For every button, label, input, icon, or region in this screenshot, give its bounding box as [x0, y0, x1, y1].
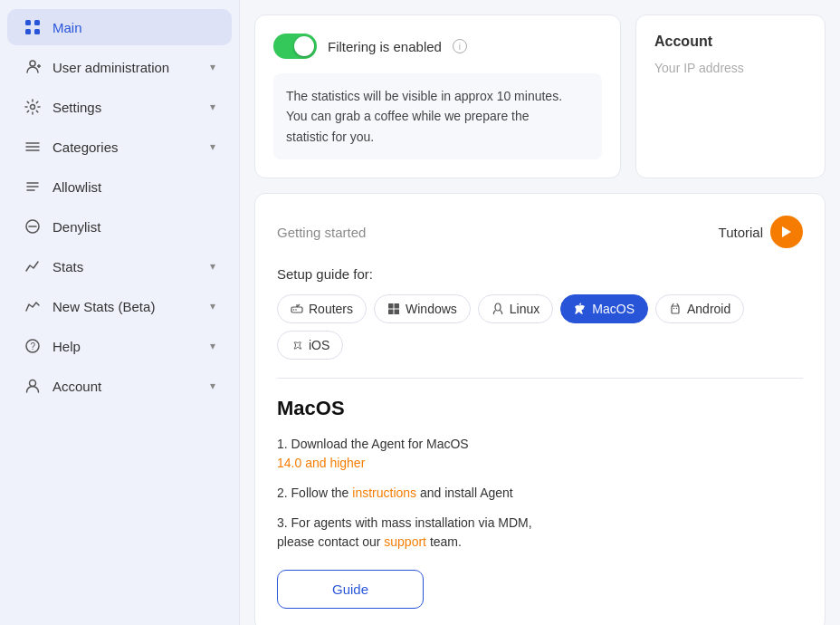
sidebar-item-settings[interactable]: Settings ▾	[7, 89, 232, 125]
svg-point-7	[31, 105, 35, 110]
svg-line-31	[672, 304, 673, 306]
tab-android-label: Android	[687, 302, 730, 316]
sidebar-item-settings-label: Settings	[52, 100, 199, 115]
svg-rect-30	[672, 306, 679, 313]
tab-android[interactable]: Android	[655, 294, 744, 323]
tutorial-button[interactable]: Tutorial	[719, 216, 803, 248]
tab-windows[interactable]: Windows	[374, 294, 471, 323]
sidebar-item-new-stats[interactable]: New Stats (Beta) ▾	[7, 288, 232, 324]
main-content: Filtering is enabled i The statistics wi…	[240, 0, 840, 625]
sidebar-item-user-administration[interactable]: User administration ▾	[7, 49, 232, 85]
sidebar-item-stats[interactable]: Stats ▾	[7, 248, 232, 284]
denylist-icon	[24, 217, 42, 236]
apple-icon	[574, 303, 587, 315]
platform-tabs: Routers Windows	[277, 294, 803, 360]
svg-point-33	[673, 308, 674, 309]
svg-rect-1	[34, 20, 40, 25]
sidebar-item-denylist[interactable]: Denylist	[7, 208, 232, 245]
chevron-down-icon: ▾	[210, 300, 215, 312]
svg-point-34	[676, 308, 677, 309]
tab-linux[interactable]: Linux	[478, 294, 553, 323]
guide-button[interactable]: Guide	[277, 570, 424, 609]
tab-routers[interactable]: Routers	[277, 294, 367, 323]
grid-icon	[24, 18, 42, 36]
allowlist-icon	[24, 178, 42, 196]
ip-address-label: Your IP address	[654, 61, 807, 75]
sidebar-item-account-label: Account	[52, 379, 199, 394]
setup-guide-label: Setup guide for:	[277, 266, 803, 282]
sidebar-item-user-administration-label: User administration	[52, 60, 199, 75]
chevron-down-icon: ▾	[210, 140, 215, 153]
getting-started-card: Getting started Tutorial Setup guide for…	[254, 193, 826, 625]
getting-started-title: Getting started	[277, 225, 366, 240]
sidebar-item-denylist-label: Denylist	[52, 219, 215, 235]
svg-rect-28	[395, 310, 400, 315]
divider	[277, 378, 803, 379]
sidebar-item-help[interactable]: ? Help ▾	[7, 328, 232, 364]
windows-icon	[387, 303, 400, 315]
svg-line-32	[677, 304, 679, 306]
help-icon: ?	[24, 337, 42, 355]
top-section: Filtering is enabled i The statistics wi…	[254, 14, 826, 178]
sidebar-item-allowlist[interactable]: Allowlist	[7, 168, 232, 205]
sidebar: Main User administration ▾ Settings ▾	[0, 0, 240, 625]
account-card-title: Account	[654, 34, 807, 50]
sidebar-item-stats-label: Stats	[52, 259, 199, 274]
svg-point-21	[293, 309, 295, 311]
play-icon[interactable]	[770, 216, 803, 248]
instructions-link[interactable]: instructions	[352, 486, 416, 500]
version-link[interactable]: 14.0 and higher	[277, 456, 365, 470]
tutorial-label: Tutorial	[719, 225, 763, 240]
step-3: 3. For agents with mass installation via…	[277, 514, 803, 552]
sidebar-item-main[interactable]: Main	[7, 9, 232, 45]
svg-rect-0	[25, 20, 31, 25]
getting-started-header: Getting started Tutorial	[277, 216, 803, 248]
svg-point-29	[495, 303, 501, 311]
svg-rect-26	[395, 303, 400, 309]
svg-point-22	[295, 309, 297, 311]
routers-icon	[291, 303, 303, 315]
chevron-down-icon: ▾	[210, 61, 215, 73]
user-admin-icon	[24, 58, 42, 76]
account-icon	[24, 377, 42, 395]
step-2: 2. Follow the instructions and install A…	[277, 484, 803, 503]
sidebar-item-account[interactable]: Account ▾	[7, 368, 232, 404]
tab-routers-label: Routers	[309, 302, 353, 316]
chevron-down-icon: ▾	[210, 101, 215, 113]
filtering-toggle[interactable]	[273, 34, 317, 59]
stats-icon	[24, 257, 42, 275]
categories-icon	[24, 138, 42, 156]
chevron-down-icon: ▾	[210, 380, 215, 392]
chevron-down-icon: ▾	[210, 260, 215, 273]
linux-icon	[492, 303, 504, 315]
tab-macos-label: MacOS	[592, 302, 635, 316]
account-card: Account Your IP address	[635, 14, 826, 178]
tab-linux-label: Linux	[510, 302, 539, 316]
ios-apple-icon	[291, 339, 303, 351]
tab-macos[interactable]: MacOS	[560, 294, 648, 323]
tab-windows-label: Windows	[406, 302, 457, 316]
svg-rect-2	[25, 29, 31, 34]
filter-row: Filtering is enabled i	[273, 34, 602, 59]
step-1: 1. Download the Agent for MacOS 14.0 and…	[277, 435, 803, 473]
svg-rect-27	[388, 310, 394, 315]
svg-point-4	[30, 61, 35, 66]
sidebar-item-categories[interactable]: Categories ▾	[7, 129, 232, 165]
filter-card: Filtering is enabled i The statistics wi…	[254, 14, 621, 178]
svg-rect-25	[388, 303, 394, 309]
svg-marker-19	[782, 226, 791, 237]
sidebar-item-new-stats-label: New Stats (Beta)	[52, 299, 199, 314]
tab-ios[interactable]: iOS	[277, 331, 343, 360]
chevron-down-icon: ▾	[210, 340, 215, 352]
svg-rect-3	[34, 29, 40, 34]
sidebar-item-help-label: Help	[52, 339, 199, 354]
svg-point-18	[30, 380, 36, 387]
android-icon	[669, 303, 682, 315]
sidebar-item-allowlist-label: Allowlist	[52, 179, 215, 195]
sidebar-item-categories-label: Categories	[52, 139, 199, 155]
tab-ios-label: iOS	[309, 338, 329, 352]
info-icon[interactable]: i	[453, 39, 467, 53]
support-link[interactable]: support	[384, 534, 426, 549]
new-stats-icon	[24, 297, 42, 315]
svg-text:?: ?	[31, 341, 36, 351]
